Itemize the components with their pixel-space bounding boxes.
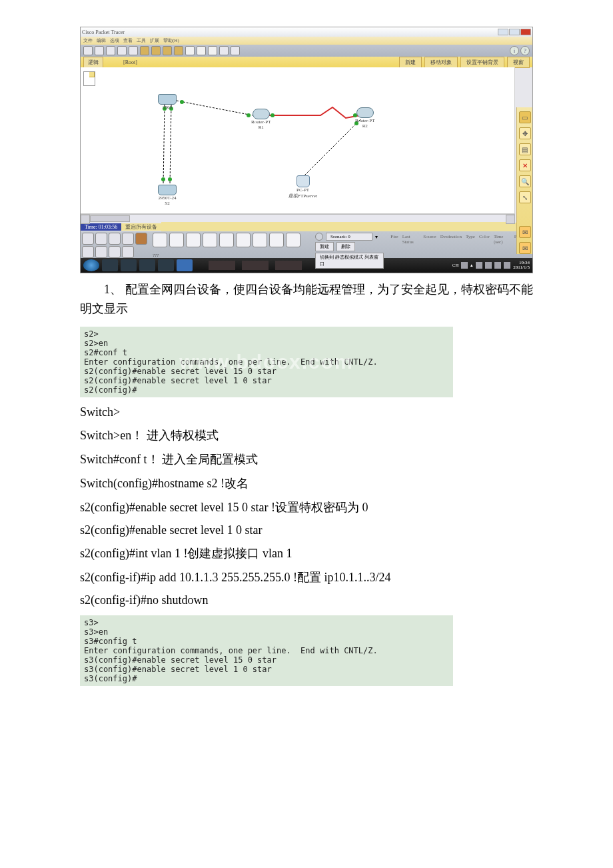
window-titlebar: Cisco Packet Tracer bbox=[81, 27, 532, 37]
workspace-hscrollbar[interactable] bbox=[81, 214, 515, 222]
packet-tracer-window: Cisco Packet Tracer 文件 编辑 选项 查看 工具 扩展 帮助… bbox=[80, 27, 533, 273]
toolbar-new-icon[interactable] bbox=[83, 46, 93, 55]
device-s3[interactable]: 3560 bbox=[158, 94, 177, 110]
menu-edit[interactable]: 编辑 bbox=[97, 37, 106, 44]
device-r2[interactable]: Router-PT R2 bbox=[355, 107, 374, 129]
close-button[interactable] bbox=[520, 29, 531, 35]
taskbar-preview-2 bbox=[242, 261, 269, 270]
toolbar-zoomin-icon[interactable] bbox=[185, 46, 195, 55]
device-s2[interactable]: 2950T-24 S2 bbox=[158, 185, 177, 206]
cable-straight-icon[interactable] bbox=[186, 233, 201, 247]
toolbar-save-icon[interactable] bbox=[106, 46, 115, 55]
device-pc-name: 虚拟FTPserver bbox=[289, 193, 317, 199]
terminal-s2-content: s2> s2>en s2#conf t Enter configuration … bbox=[84, 329, 449, 395]
menu-view[interactable]: 查看 bbox=[123, 37, 133, 44]
cable-console-icon[interactable] bbox=[169, 233, 184, 247]
terminal-output-s3: s3> s3>en s3#config t Enter configuratio… bbox=[80, 615, 453, 686]
device-pc[interactable]: PC-PT 虚拟FTPserver bbox=[289, 175, 317, 199]
tray-volume-icon[interactable] bbox=[494, 262, 501, 269]
right-tool-panel: ▭ ✥ ▤ ✕ 🔍 ⤡ ✉ ✉ bbox=[516, 107, 532, 254]
cable-serial-dce-icon[interactable] bbox=[269, 233, 284, 247]
toolbar-zoomout-icon[interactable] bbox=[208, 46, 217, 55]
locbar-viewport-button[interactable]: 视窗 bbox=[507, 57, 530, 68]
reset-devices-button[interactable]: 重启所有设备 bbox=[121, 223, 161, 231]
start-button[interactable] bbox=[83, 259, 99, 271]
taskbar-media-icon[interactable] bbox=[139, 259, 155, 271]
device-type-wireless-icon[interactable] bbox=[122, 233, 134, 245]
delete-tool-icon[interactable]: ✕ bbox=[519, 159, 531, 171]
menu-help[interactable]: 帮助(H) bbox=[163, 37, 179, 44]
taskbar-explorer-icon[interactable] bbox=[102, 259, 118, 271]
scenario-toggle-icon[interactable] bbox=[315, 233, 323, 241]
toolbar-paste-icon[interactable] bbox=[151, 46, 161, 55]
pdu-col-color: Color bbox=[479, 234, 490, 245]
toolbar-custom-icon[interactable] bbox=[231, 46, 240, 55]
scenario-delete-button[interactable]: 删除 bbox=[336, 242, 355, 251]
select-tool-icon[interactable]: ▭ bbox=[519, 111, 531, 123]
device-type-multi-icon[interactable] bbox=[122, 246, 134, 258]
note-icon[interactable] bbox=[83, 71, 95, 86]
menu-extensions[interactable]: 扩展 bbox=[150, 37, 159, 44]
taskbar-preview-3 bbox=[275, 261, 302, 270]
device-type-custom-icon[interactable] bbox=[109, 246, 121, 258]
locbar-new-button[interactable]: 新建 bbox=[399, 57, 422, 68]
scenario-new-button[interactable]: 新建 bbox=[315, 242, 334, 251]
sim-time-label: Time: 01:03:56 bbox=[81, 223, 121, 231]
cable-serial-dte-icon[interactable] bbox=[286, 233, 301, 247]
tray-clock[interactable]: 19:34 2011/1/5 bbox=[513, 261, 530, 270]
note-tool-icon[interactable]: ▤ bbox=[519, 143, 531, 155]
tray-battery-icon[interactable] bbox=[504, 262, 510, 269]
simple-pdu-icon[interactable]: ✉ bbox=[519, 226, 531, 238]
taskbar-preview-1 bbox=[209, 261, 235, 270]
cable-cross-icon[interactable] bbox=[203, 233, 217, 247]
workspace-canvas[interactable]: 3560 2950T-24 S2 Router-PT R1 Router-PT … bbox=[81, 67, 515, 214]
toolbar-copy-icon[interactable] bbox=[140, 46, 149, 55]
menu-file[interactable]: 文件 bbox=[83, 37, 93, 44]
cable-coax-icon[interactable] bbox=[253, 233, 267, 247]
toolbar-info-icon[interactable]: i bbox=[510, 46, 519, 55]
pdu-col-fire: Fire bbox=[390, 234, 398, 245]
taskbar-pt-icon[interactable] bbox=[158, 259, 174, 271]
maximize-button[interactable] bbox=[509, 29, 520, 35]
device-type-router-icon[interactable] bbox=[82, 233, 94, 245]
device-type-hub-icon[interactable] bbox=[109, 233, 121, 245]
taskbar-word-icon[interactable] bbox=[177, 259, 193, 271]
device-selection-hint: ??? bbox=[153, 253, 159, 258]
tray-ime-label[interactable]: CH bbox=[452, 263, 459, 268]
pdu-col-dest: Destination bbox=[440, 234, 462, 245]
toolbar-redo-icon[interactable] bbox=[174, 46, 183, 55]
inspect-tool-icon[interactable]: 🔍 bbox=[519, 175, 531, 187]
tray-network-icon[interactable] bbox=[485, 262, 492, 269]
pdu-col-source: Source bbox=[423, 234, 436, 245]
resize-tool-icon[interactable]: ⤡ bbox=[519, 191, 531, 203]
device-type-end-icon[interactable] bbox=[82, 246, 94, 258]
toolbar-help-icon[interactable]: ? bbox=[520, 46, 530, 55]
toolbar-draw-icon[interactable] bbox=[219, 46, 229, 55]
svg-point-7 bbox=[168, 177, 172, 181]
device-type-wan-icon[interactable] bbox=[95, 246, 107, 258]
toolbar-open-icon[interactable] bbox=[95, 46, 104, 55]
minimize-button[interactable] bbox=[498, 29, 508, 35]
toolbar-print-icon[interactable] bbox=[117, 46, 127, 55]
toolbar-zoomreset-icon[interactable] bbox=[197, 46, 206, 55]
cable-fiber-icon[interactable] bbox=[219, 233, 234, 247]
menu-options[interactable]: 选项 bbox=[110, 37, 119, 44]
logical-tab[interactable]: 逻辑 bbox=[83, 57, 103, 68]
cable-auto-icon[interactable] bbox=[153, 233, 167, 247]
locbar-bg-button[interactable]: 设置平铺背景 bbox=[460, 57, 504, 68]
tray-icon-1[interactable] bbox=[461, 262, 468, 269]
toggle-pdu-list-button[interactable]: 切换到 静态模拟模式 列表窗口 bbox=[315, 253, 384, 269]
toolbar-wizard-icon[interactable] bbox=[129, 46, 138, 55]
cable-phone-icon[interactable] bbox=[236, 233, 251, 247]
locbar-move-button[interactable]: 移动对象 bbox=[424, 57, 458, 68]
device-type-connections-icon[interactable] bbox=[135, 233, 147, 245]
tray-flag-icon[interactable] bbox=[476, 262, 482, 269]
complex-pdu-icon[interactable]: ✉ bbox=[519, 242, 531, 254]
menu-tools[interactable]: 工具 bbox=[137, 37, 146, 44]
device-type-switch-icon[interactable] bbox=[95, 233, 107, 245]
scenario-select[interactable]: Scenario 0 bbox=[326, 233, 372, 241]
toolbar-undo-icon[interactable] bbox=[163, 46, 172, 55]
device-r1[interactable]: Router-PT R1 bbox=[251, 109, 271, 130]
taskbar-ie-icon[interactable] bbox=[121, 259, 137, 271]
move-tool-icon[interactable]: ✥ bbox=[519, 127, 531, 139]
